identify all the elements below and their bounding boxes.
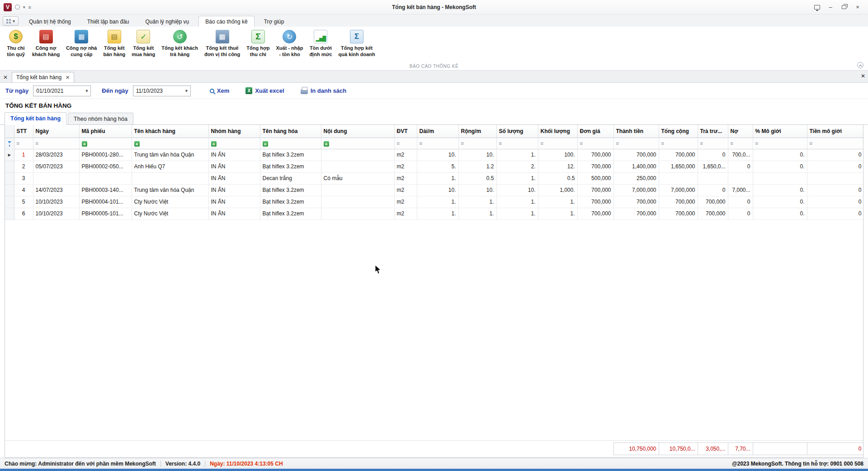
column-header-noi-dung[interactable]: Nội dung	[321, 125, 394, 138]
ribbon-button-thu-chi-ton-quy[interactable]: $Thu chi tồn quỹ	[3, 29, 29, 61]
table-row[interactable]: 510/10/2023PBH00004-101...Cty Nước ViệtI…	[5, 196, 863, 208]
column-header-so-luong[interactable]: Số lượng	[496, 125, 538, 138]
cell-ten-hang-hoa: Bạt hiflex 3.2zem	[260, 161, 321, 172]
document-tab-label: Tổng kết bán hàng	[16, 74, 61, 81]
ribbon-button-tong-ket-mua-hang[interactable]: ✓Tổng kết mua hàng	[128, 29, 158, 61]
filter-cell-no[interactable]: =	[728, 138, 753, 149]
tab-close-icon[interactable]: ✕	[66, 75, 70, 81]
ribbon-button-tong-hop-thu-chi[interactable]: ΣTổng hợp thu chi	[243, 29, 273, 61]
filter-cell-stt[interactable]: =	[14, 138, 33, 149]
ribbon-button-tong-ket-ban-hang[interactable]: ▤Tổng kết bán hàng	[100, 29, 128, 61]
minimize-button[interactable]: –	[825, 3, 836, 12]
column-header-thanh-tien[interactable]: Thành tiền	[613, 125, 659, 138]
summary-ten-khach-hang	[132, 443, 208, 455]
cell-on-gia: 700,000	[577, 196, 613, 208]
table-row[interactable]: 205/07/2023PBH00002-050...Anh Hiếu Q7IN …	[5, 161, 863, 172]
filter-cell-so-luong[interactable]: =	[496, 138, 538, 149]
screen-icon[interactable]	[811, 3, 823, 12]
cell-dai-m: 10.	[417, 184, 458, 196]
filter-cell-ten-hang-hoa[interactable]	[260, 138, 321, 149]
ribbon-button-tong-ket-thue-on-vi-thi-cong[interactable]: ▦Tổng kết thuế đơn vị thi công	[201, 29, 243, 61]
chevron-down-icon[interactable]: ▾	[23, 5, 25, 10]
cell-vt: m2	[394, 196, 417, 208]
export-excel-button[interactable]: Xuất excel	[242, 86, 288, 95]
table-row[interactable]: 3IN ẤNDecan trắngCó mẫum21.0.51.0.5500,0…	[5, 172, 863, 184]
equals-filter-icon: =	[661, 141, 664, 146]
column-header-on-gia[interactable]: Đơn giá	[577, 125, 613, 138]
cell-so-luong: 1.	[496, 172, 538, 184]
filter-cell-rong-m[interactable]: =	[458, 138, 496, 149]
grid-empty-area[interactable]	[5, 220, 863, 441]
filter-cell-vt[interactable]: =	[394, 138, 417, 149]
print-list-button[interactable]: In danh sách	[297, 86, 350, 95]
cell-khoi-luong: 1,000.	[538, 184, 577, 196]
column-header-tra-tru[interactable]: Trả trư...	[698, 125, 728, 138]
column-header-vt[interactable]: ĐVT	[394, 125, 417, 138]
ribbon-button-tong-hop-ket-qua-kinh-doanh[interactable]: ΣTổng hợp kết quả kinh doanh	[335, 29, 378, 61]
filter-cell-ngay[interactable]: =	[33, 138, 79, 149]
column-header-stt[interactable]: STT	[14, 125, 33, 138]
ribbon-tab-bao-cao-thong-ke[interactable]: Báo cáo thống kê	[198, 16, 254, 27]
filter-cell-dai-m[interactable]: =	[417, 138, 458, 149]
filter-cell-mo-gioi[interactable]: =	[753, 138, 807, 149]
ribbon-collapse-button[interactable]	[857, 62, 863, 68]
filter-cell-thanh-tien[interactable]: =	[613, 138, 659, 149]
ribbon-tab-quan-ly-nghiep-vu[interactable]: Quản lý nghiệp vụ	[139, 16, 196, 27]
column-header-ngay[interactable]: Ngày	[33, 125, 79, 138]
filter-cell-khoi-luong[interactable]: =	[538, 138, 577, 149]
filter-cell-ma-phieu[interactable]	[79, 138, 132, 149]
close-document-button[interactable]: ✕	[0, 72, 11, 82]
ribbon-button-cong-no-khach-hang[interactable]: ▤Công nợ khách hàng	[29, 29, 63, 61]
column-header-ten-khach-hang[interactable]: Tên khách hàng	[132, 125, 208, 138]
close-all-tabs-button[interactable]: ✕	[861, 73, 865, 79]
column-header-ma-phieu[interactable]: Mã phiếu	[79, 125, 132, 138]
ribbon-button-tong-ket-khach-tra-hang[interactable]: ↺Tổng kết khách trả hàng	[158, 29, 201, 61]
close-button[interactable]: ×	[852, 3, 863, 12]
column-header-ten-hang-hoa[interactable]: Tên hàng hóa	[260, 125, 321, 138]
row-indicator: ▶	[5, 149, 14, 161]
filter-cell-ten-khach-hang[interactable]	[132, 138, 208, 149]
summary-rong-m	[458, 443, 496, 455]
application-menu-button[interactable]: ▾	[3, 16, 19, 26]
filter-cell-on-gia[interactable]: =	[577, 138, 613, 149]
table-row[interactable]: ▶128/03/2023PBH00001-280...Trung tâm văn…	[5, 149, 863, 161]
to-date-combobox[interactable]: 11/10/2023 ▼	[133, 86, 191, 96]
from-date-combobox[interactable]: 01/10/2021 ▼	[33, 86, 91, 96]
ribbon-tab-quan-tri-he-thong[interactable]: Quản trị hệ thống	[22, 16, 78, 27]
column-header-dai-m[interactable]: Dài/m	[417, 125, 458, 138]
column-header-tong-cong[interactable]: Tổng cộng	[659, 125, 698, 138]
restore-button[interactable]	[838, 3, 850, 12]
cell-nhom-hang: IN ẤN	[208, 149, 260, 161]
purchase-check-icon: ✓	[137, 30, 150, 43]
column-header-khoi-luong[interactable]: Khối lượng	[538, 125, 577, 138]
column-header-mo-gioi[interactable]: % Mô giới	[753, 125, 807, 138]
ribbon-button-ton-duoi-inh-muc[interactable]: ▂▅█Tồn dưới định mức	[306, 29, 335, 61]
filter-cell-tra-tru[interactable]: =	[698, 138, 728, 149]
tax-table-icon: ▦	[216, 30, 229, 43]
filter-cell-noi-dung[interactable]	[321, 138, 394, 149]
row-indicator-header	[5, 125, 14, 138]
subtab-tong-ket-ban-hang[interactable]: Tổng kết bán hàng	[5, 112, 66, 125]
ribbon-button-xuat-nhap-ton-kho[interactable]: ↻Xuất - nhập - tồn kho	[273, 29, 307, 61]
record-icon[interactable]	[15, 5, 20, 10]
table-row[interactable]: 610/10/2023PBH00005-101...Cty Nước ViệtI…	[5, 208, 863, 219]
ribbon-tab-thiet-lap-ban-au[interactable]: Thiết lập ban đầu	[80, 16, 136, 27]
filter-cell-tien-mo-gioi[interactable]: =	[807, 138, 863, 149]
cell-ten-hang-hoa: Bạt hiflex 3.2zem	[260, 149, 321, 161]
column-header-no[interactable]: Nợ	[728, 125, 753, 138]
cell-khoi-luong: 100.	[538, 149, 577, 161]
filter-cell-tong-cong[interactable]: =	[659, 138, 698, 149]
document-tab-active[interactable]: Tổng kết bán hàng ✕	[12, 72, 74, 82]
cell-nhom-hang: IN ẤN	[208, 161, 260, 172]
ribbon-tab-strip: Quản trị hệ thốngThiết lập ban đầuQuản l…	[19, 16, 291, 27]
ribbon-button-cong-no-nha-cung-cap[interactable]: ▦Công nợ nhà cung cấp	[63, 29, 100, 61]
filter-cell-nhom-hang[interactable]	[208, 138, 260, 149]
view-button[interactable]: Xem	[206, 86, 233, 95]
table-row[interactable]: 414/07/2023PBH00003-140...Trung tâm văn …	[5, 184, 863, 196]
customize-toolbar-icon[interactable]: ≡	[28, 5, 31, 10]
column-header-nhom-hang[interactable]: Nhóm hàng	[208, 125, 260, 138]
column-header-rong-m[interactable]: Rộng/m	[458, 125, 496, 138]
subtab-theo-nhom-hang-hoa[interactable]: Theo nhóm hàng hóa	[68, 113, 133, 124]
column-header-tien-mo-gioi[interactable]: Tiền mô giới	[807, 125, 863, 138]
ribbon-tab-tro-giup[interactable]: Trợ giúp	[257, 16, 291, 27]
